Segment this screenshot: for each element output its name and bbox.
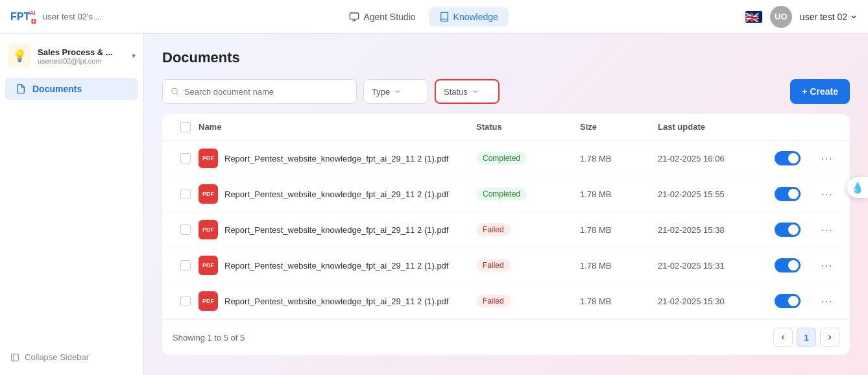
search-input[interactable]	[184, 87, 348, 97]
book-icon	[439, 12, 450, 22]
top-navigation: FPT .AI user test 02's ... Agent Studio …	[0, 0, 868, 34]
pdf-icon: PDF	[199, 220, 218, 239]
table-row: PDF Report_Pentest_website_knowledge_fpt…	[162, 284, 850, 319]
knowledge-nav-button[interactable]: Knowledge	[429, 7, 509, 27]
enable-toggle[interactable]	[775, 223, 801, 237]
row-checkbox[interactable]	[180, 189, 191, 199]
row-checkbox[interactable]	[180, 296, 191, 306]
table-row: PDF Report_Pentest_website_knowledge_fpt…	[162, 248, 850, 284]
file-name-col: PDF Report_Pentest_website_knowledge_fpt…	[199, 149, 476, 168]
status-badge: Failed	[476, 223, 511, 236]
file-name-col: PDF Report_Pentest_website_knowledge_fpt…	[199, 256, 476, 275]
nav-center: Agent Studio Knowledge	[339, 7, 508, 27]
more-actions-button[interactable]: ⋯	[814, 258, 839, 272]
status-chevron-icon	[472, 88, 479, 95]
nav-right: UO user test 02	[745, 6, 858, 28]
pdf-icon: PDF	[199, 256, 218, 275]
svg-text:FPT: FPT	[10, 11, 30, 22]
workspace-chevron-icon: ▾	[132, 51, 136, 60]
status-badge: Completed	[476, 152, 527, 165]
language-flag[interactable]	[745, 11, 762, 23]
row-checkbox[interactable]	[180, 153, 191, 163]
more-actions-button[interactable]: ⋯	[814, 187, 839, 201]
file-size: 1.78 MB	[580, 189, 658, 199]
pagination-next-button[interactable]	[820, 328, 839, 347]
status-badge: Failed	[476, 259, 511, 272]
workspace-selector[interactable]: 💡 Sales Process & ... usertest02@fpt.com…	[0, 39, 143, 73]
last-update: 21-02-2025 15:55	[658, 189, 775, 199]
enable-toggle[interactable]	[775, 187, 801, 201]
file-name: Report_Pentest_website_knowledge_fpt_ai_…	[224, 225, 448, 235]
chevron-right-icon	[826, 333, 834, 341]
svg-point-10	[172, 88, 178, 94]
more-actions-button[interactable]: ⋯	[814, 294, 839, 308]
chevron-left-icon	[779, 333, 787, 341]
workspace-email: usertest02@fpt.com	[38, 57, 125, 65]
last-update: 21-02-2025 15:31	[658, 261, 775, 271]
monitor-icon	[349, 12, 359, 22]
status-filter[interactable]: Status	[435, 79, 500, 104]
file-name-col: PDF Report_Pentest_website_knowledge_fpt…	[199, 184, 476, 204]
row-checkbox[interactable]	[180, 260, 191, 271]
header-size: Size	[580, 122, 658, 132]
sidebar: 💡 Sales Process & ... usertest02@fpt.com…	[0, 34, 144, 375]
table-header: Name Status Size Last update	[162, 114, 850, 141]
table-row: PDF Report_Pentest_website_knowledge_fpt…	[162, 141, 850, 176]
pagination-page-1-button[interactable]: 1	[797, 328, 816, 347]
create-button[interactable]: + Create	[790, 79, 850, 104]
workspace-info: Sales Process & ... usertest02@fpt.com	[38, 47, 125, 65]
pdf-icon: PDF	[199, 184, 218, 204]
file-size: 1.78 MB	[580, 225, 658, 235]
sidebar-item-documents-label: Documents	[32, 84, 82, 94]
file-size: 1.78 MB	[580, 296, 658, 306]
row-checkbox[interactable]	[180, 224, 191, 235]
file-name-col: PDF Report_Pentest_website_knowledge_fpt…	[199, 220, 476, 239]
file-size: 1.78 MB	[580, 261, 658, 271]
header-status: Status	[476, 122, 580, 132]
help-bubble[interactable]: 💧	[847, 177, 868, 198]
last-update: 21-02-2025 15:30	[658, 296, 775, 306]
toolbar: Type Status + Create	[162, 79, 850, 104]
sidebar-navigation: Documents	[0, 78, 143, 100]
more-actions-button[interactable]: ⋯	[814, 151, 839, 165]
main-content: Documents Type Status + Create	[144, 34, 868, 375]
select-all-checkbox[interactable]	[180, 122, 191, 132]
workspace-icon: 💡	[8, 44, 31, 67]
header-last-update: Last update	[658, 122, 775, 132]
file-name: Report_Pentest_website_knowledge_fpt_ai_…	[224, 296, 448, 306]
search-input-wrap	[162, 79, 357, 104]
enable-toggle[interactable]	[775, 258, 801, 272]
header-toggle	[775, 122, 814, 132]
pagination: Showing 1 to 5 of 5 1	[162, 319, 850, 355]
pdf-icon: PDF	[199, 149, 218, 168]
svg-rect-8	[12, 354, 19, 361]
status-badge: Completed	[476, 187, 527, 200]
header-checkbox-col	[173, 122, 199, 132]
page-title: Documents	[162, 49, 850, 66]
more-actions-button[interactable]: ⋯	[814, 223, 839, 237]
type-chevron-icon	[394, 88, 402, 95]
pagination-prev-button[interactable]	[773, 328, 793, 347]
enable-toggle[interactable]	[775, 294, 801, 308]
sidebar-item-documents[interactable]: Documents	[5, 78, 138, 100]
file-name: Report_Pentest_website_knowledge_fpt_ai_…	[224, 261, 448, 271]
header-name: Name	[199, 122, 476, 132]
search-icon	[171, 87, 179, 96]
file-size: 1.78 MB	[580, 154, 658, 163]
collapse-sidebar-button[interactable]: Collapse Sidebar	[10, 352, 133, 362]
avatar: UO	[770, 6, 792, 28]
enable-toggle[interactable]	[775, 151, 801, 165]
chevron-down-icon	[850, 13, 858, 21]
logo: FPT .AI	[10, 6, 38, 28]
pdf-icon: PDF	[199, 291, 218, 311]
user-name[interactable]: user test 02	[800, 12, 858, 22]
table-row: PDF Report_Pentest_website_knowledge_fpt…	[162, 176, 850, 212]
svg-rect-5	[350, 13, 359, 19]
file-name-col: PDF Report_Pentest_website_knowledge_fpt…	[199, 291, 476, 311]
documents-table: Name Status Size Last update PDF Report_…	[162, 114, 850, 355]
agent-studio-nav-button[interactable]: Agent Studio	[339, 7, 426, 27]
type-filter[interactable]: Type	[363, 79, 428, 104]
pagination-info: Showing 1 to 5 of 5	[173, 333, 245, 343]
pagination-controls: 1	[773, 328, 839, 347]
collapse-icon	[10, 353, 19, 362]
